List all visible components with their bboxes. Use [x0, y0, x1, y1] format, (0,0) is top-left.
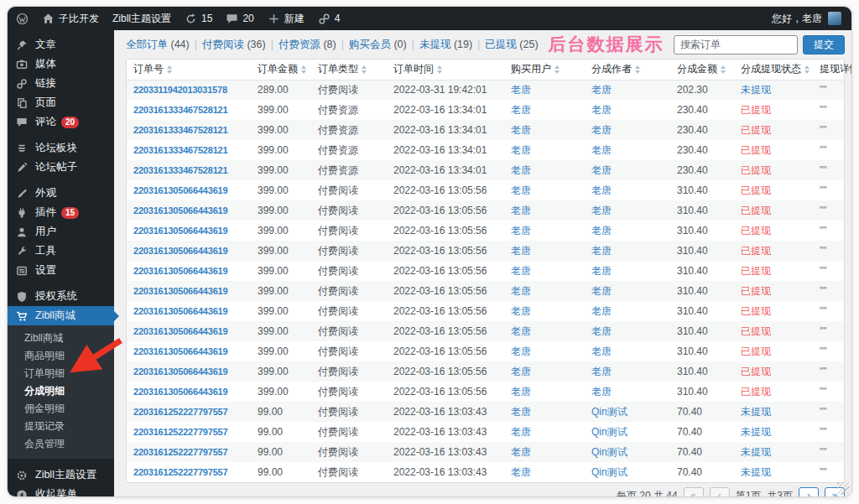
sidebar-item[interactable]: 文章	[8, 35, 114, 55]
sidebar-item[interactable]: 插件15	[8, 203, 114, 222]
search-submit-button[interactable]: 提交	[803, 35, 845, 55]
order-number-link[interactable]: 2203161252227797557	[133, 427, 227, 437]
author-link[interactable]: Qin测试	[591, 446, 627, 458]
buyer-link[interactable]: 老唐	[511, 406, 531, 418]
column-header[interactable]: 订单类型	[311, 60, 387, 80]
author-link[interactable]: 老唐	[591, 245, 612, 257]
submenu-item[interactable]: 会员管理	[8, 435, 114, 453]
avatar[interactable]	[828, 12, 841, 25]
withdraw-status-link[interactable]: 未提现	[741, 426, 771, 438]
order-number-link[interactable]: 2203161305066443619	[133, 286, 227, 296]
sidebar-item[interactable]: 论坛帖子	[8, 158, 114, 177]
order-number-link[interactable]: 2203161305066443619	[133, 366, 227, 377]
order-number-link[interactable]: 2203161305066443619	[133, 185, 227, 195]
filter-link[interactable]: 付费资源 (8)	[279, 38, 336, 52]
column-header[interactable]: 订单时间	[387, 60, 504, 80]
author-link[interactable]: 老唐	[591, 124, 612, 136]
buyer-link[interactable]: 老唐	[511, 225, 531, 236]
links-indicator[interactable]: 4	[318, 13, 341, 25]
column-header[interactable]: 分成金额	[670, 60, 734, 80]
buyer-link[interactable]: 老唐	[511, 205, 531, 216]
author-link[interactable]: 老唐	[591, 305, 612, 317]
withdraw-status-link[interactable]: 已提现	[741, 245, 771, 257]
withdraw-status-link[interactable]: 未提现	[741, 466, 771, 478]
withdraw-status-link[interactable]: 已提现	[741, 205, 771, 216]
order-number-link[interactable]: 2203161333467528121	[133, 105, 227, 115]
order-number-link[interactable]: 2203311942013031578	[133, 85, 227, 95]
buyer-link[interactable]: 老唐	[511, 426, 531, 438]
sidebar-item[interactable]: 授权系统	[8, 287, 114, 306]
withdraw-status-link[interactable]: 已提现	[741, 124, 771, 136]
filter-link[interactable]: 已提现 (25)	[485, 38, 538, 52]
order-number-link[interactable]: 2203161305066443619	[133, 226, 227, 236]
buyer-link[interactable]: 老唐	[511, 84, 531, 96]
search-input[interactable]	[674, 35, 798, 55]
buyer-link[interactable]: 老唐	[511, 325, 531, 337]
withdraw-status-link[interactable]: 未提现	[741, 446, 771, 458]
order-number-link[interactable]: 2203161252227797557	[133, 447, 227, 457]
buyer-link[interactable]: 老唐	[511, 245, 531, 257]
submenu-item[interactable]: 提现记录	[8, 418, 114, 435]
sidebar-item[interactable]: 评论20	[8, 112, 114, 132]
filter-link[interactable]: 全部订单 (44)	[126, 38, 190, 52]
order-number-link[interactable]: 2203161305066443619	[133, 306, 227, 316]
author-link[interactable]: 老唐	[591, 285, 612, 297]
filter-link[interactable]: 未提现 (19)	[419, 38, 472, 52]
author-link[interactable]: 老唐	[591, 84, 612, 96]
author-link[interactable]: 老唐	[591, 205, 612, 216]
withdraw-status-link[interactable]: 已提现	[741, 366, 771, 377]
withdraw-status-link[interactable]: 已提现	[741, 104, 771, 116]
order-number-link[interactable]: 2203161333467528121	[133, 145, 227, 155]
buyer-link[interactable]: 老唐	[511, 164, 531, 176]
buyer-link[interactable]: 老唐	[511, 386, 531, 397]
author-link[interactable]: 老唐	[591, 346, 612, 357]
wp-logo-button[interactable]	[16, 13, 29, 25]
buyer-link[interactable]: 老唐	[511, 346, 531, 357]
buyer-link[interactable]: 老唐	[511, 305, 531, 317]
buyer-link[interactable]: 老唐	[511, 285, 531, 297]
buyer-link[interactable]: 老唐	[511, 265, 531, 277]
sidebar-item[interactable]: Zibll商城	[8, 306, 114, 325]
withdraw-status-link[interactable]: 已提现	[741, 164, 771, 176]
submenu-item-current[interactable]: 分成明细	[8, 382, 114, 400]
sidebar-item[interactable]: 工具	[8, 242, 114, 261]
order-number-link[interactable]: 2203161305066443619	[133, 326, 227, 336]
order-number-link[interactable]: 2203161333467528121	[133, 165, 227, 175]
withdraw-status-link[interactable]: 未提现	[741, 84, 771, 96]
author-link[interactable]: 老唐	[591, 265, 612, 277]
order-number-link[interactable]: 2203161305066443619	[133, 246, 227, 256]
filter-link[interactable]: 购买会员 (0)	[349, 38, 407, 52]
author-link[interactable]: 老唐	[591, 164, 612, 176]
sidebar-item[interactable]: 用户	[8, 222, 114, 242]
prev-page-button[interactable]: ‹	[710, 487, 730, 497]
sidebar-item[interactable]: 媒体	[8, 55, 114, 74]
new-content-button[interactable]: 新建	[268, 12, 305, 26]
buyer-link[interactable]: 老唐	[511, 124, 531, 136]
column-header[interactable]: 分成作者	[585, 60, 670, 80]
withdraw-status-link[interactable]: 未提现	[741, 406, 771, 418]
author-link[interactable]: 老唐	[591, 184, 612, 196]
sidebar-item[interactable]: 设置	[8, 261, 114, 280]
submenu-item[interactable]: 订单明细	[8, 365, 114, 382]
user-greeting[interactable]: 您好，老唐	[772, 12, 822, 26]
withdraw-status-link[interactable]: 已提现	[741, 386, 771, 397]
submenu-item[interactable]: 佣金明细	[8, 400, 114, 418]
author-link[interactable]: Qin测试	[591, 466, 627, 478]
order-number-link[interactable]: 2203161333467528121	[133, 125, 227, 135]
order-number-link[interactable]: 2203161305066443619	[133, 387, 227, 397]
withdraw-status-link[interactable]: 已提现	[741, 285, 771, 297]
sidebar-item[interactable]: 论坛板块	[8, 138, 114, 158]
author-link[interactable]: Qin测试	[591, 426, 627, 438]
withdraw-status-link[interactable]: 已提现	[741, 325, 771, 337]
sidebar-item[interactable]: Zibll主题设置	[8, 465, 114, 485]
withdraw-status-link[interactable]: 已提现	[741, 184, 771, 196]
order-number-link[interactable]: 2203161252227797557	[133, 407, 227, 417]
buyer-link[interactable]: 老唐	[511, 144, 531, 156]
updates-indicator[interactable]: 15	[185, 13, 212, 25]
withdraw-status-link[interactable]: 已提现	[741, 265, 771, 277]
theme-settings-link[interactable]: Zibll主题设置	[112, 12, 171, 26]
sidebar-item[interactable]: 链接	[8, 74, 114, 93]
buyer-link[interactable]: 老唐	[511, 184, 531, 196]
order-number-link[interactable]: 2203161305066443619	[133, 205, 227, 216]
buyer-link[interactable]: 老唐	[511, 446, 531, 458]
